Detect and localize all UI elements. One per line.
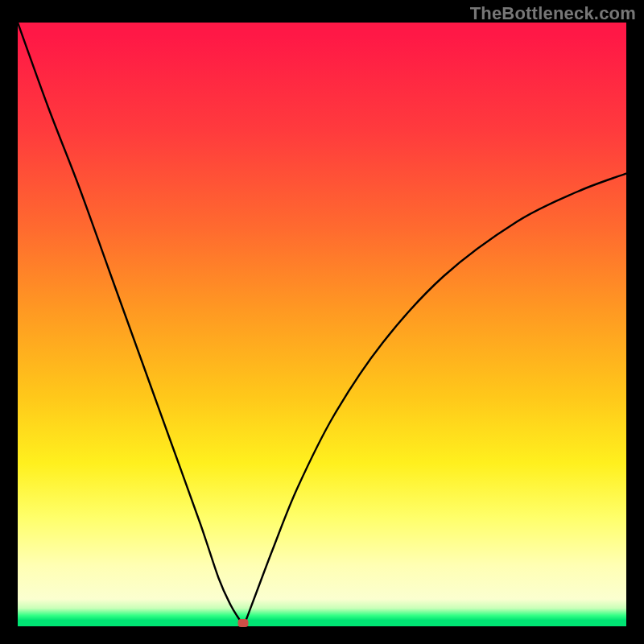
plot-area [18, 23, 626, 626]
chart-stage: TheBottleneck.com [0, 0, 644, 644]
watermark-text: TheBottleneck.com [470, 3, 636, 24]
minimum-point-marker [237, 619, 248, 627]
bottleneck-curve [18, 23, 626, 626]
